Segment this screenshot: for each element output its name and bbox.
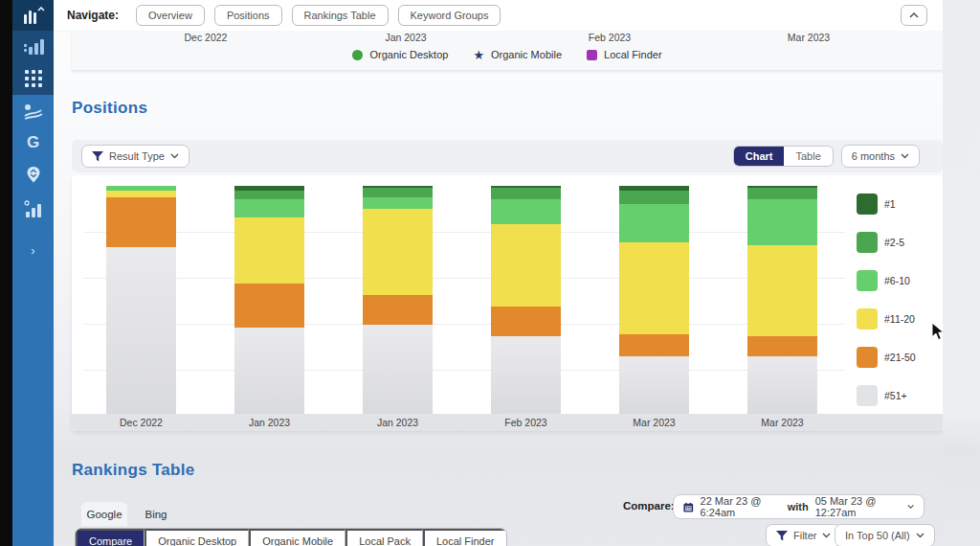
page-right-gutter — [943, 0, 980, 546]
rankings-filter-organic-desktop[interactable]: Organic Desktop — [145, 529, 249, 546]
legend-item-organic-mobile: ★Organic Mobile — [473, 49, 562, 60]
navigate-buttons: OverviewPositionsRankings TableKeyword G… — [136, 5, 501, 26]
apps-grid-icon[interactable] — [12, 62, 54, 95]
bar-segment-6-10 — [491, 199, 561, 224]
bar-segment-11-20 — [234, 217, 304, 284]
rankings-filter-organic-mobile[interactable]: Organic Mobile — [249, 529, 345, 546]
rank-legend-item-21-50: #21-50 — [857, 347, 916, 368]
logo-bars-icon[interactable] — [12, 0, 54, 31]
toggle-table[interactable]: Table — [784, 147, 832, 166]
app-screen: G › Navigate: OverviewPositionsRankings … — [0, 0, 980, 546]
compare-label: Compare: — [623, 500, 675, 512]
filter-dropdown[interactable]: Filter — [766, 524, 841, 546]
gridline — [83, 232, 845, 233]
bar-segment-51 — [363, 325, 433, 414]
navigate-rankings-table[interactable]: Rankings Table — [292, 5, 389, 26]
chart-table-toggle: Chart Table — [733, 146, 834, 167]
navigate-positions[interactable]: Positions — [214, 5, 282, 26]
sidebar: G › — [12, 0, 54, 546]
filter-label: Filter — [793, 530, 816, 541]
stacked-bar-feb-2023-3[interactable] — [491, 186, 561, 414]
range-dropdown[interactable]: 6 months — [841, 145, 920, 168]
bar-segment-51 — [106, 247, 176, 414]
bar-segment-21-50 — [363, 295, 433, 325]
chevron-down-icon — [907, 504, 914, 510]
result-type-filter-group: CompareOrganic DesktopOrganic MobileLoca… — [75, 528, 507, 546]
stacked-bar-mar-2023-5[interactable] — [747, 186, 817, 414]
navigate-keyword-groups[interactable]: Keyword Groups — [398, 5, 501, 26]
x-axis-label: Jan 2023 — [232, 417, 308, 428]
rankings-filter-compare[interactable]: Compare — [76, 529, 145, 546]
compare-date-picker[interactable]: 22 Mar 23 @ 6:24am with 05 Mar 23 @ 12:2… — [673, 494, 924, 519]
legend-label: Local Finder — [604, 49, 662, 60]
stacked-bar-jan-2023-1[interactable] — [234, 186, 304, 414]
legend-swatch — [857, 270, 878, 291]
legend-label: #51+ — [884, 390, 907, 401]
prev-x-label: Mar 2023 — [770, 32, 847, 43]
collapse-button[interactable] — [901, 5, 927, 26]
route-map-icon[interactable] — [12, 97, 54, 127]
bar-segment-6-10 — [234, 199, 304, 217]
local-pin-icon[interactable] — [12, 160, 54, 191]
gridline — [83, 324, 845, 325]
toggle-chart[interactable]: Chart — [734, 147, 785, 166]
stacked-bar-dec-2022-0[interactable] — [106, 186, 176, 414]
legend-swatch — [857, 347, 878, 368]
chevron-down-icon — [916, 533, 924, 538]
prev-x-label: Dec 2022 — [167, 32, 244, 43]
legend-label: #6-10 — [884, 275, 910, 286]
previous-chart-card: Dec 2022Jan 2023Feb 2023Mar 2023 Organic… — [72, 31, 943, 70]
expand-chevron-icon[interactable]: › — [12, 238, 54, 262]
tab-google[interactable]: Google — [81, 502, 127, 526]
legend-swatch — [857, 193, 878, 215]
chevron-up-icon — [909, 12, 919, 18]
rankings-filter-local-pack[interactable]: Local Pack — [345, 529, 423, 546]
top50-dropdown[interactable]: In Top 50 (All) — [835, 524, 935, 546]
legend-item-local-finder: Local Finder — [587, 49, 662, 60]
rank-bars-icon[interactable] — [12, 193, 54, 225]
bar-segment-21-50 — [106, 197, 176, 247]
stacked-bar-mar-2023-4[interactable] — [619, 186, 689, 414]
legend-swatch — [857, 385, 878, 406]
compare-with-label: with — [788, 501, 809, 512]
rank-legend-item-1: #1 — [857, 193, 916, 215]
bar-segment-11-20 — [491, 224, 561, 307]
result-type-dropdown[interactable]: Result Type — [81, 145, 189, 168]
google-g-icon[interactable]: G — [12, 127, 54, 158]
navigate-label: Navigate: — [67, 9, 119, 22]
legend-label: #2-5 — [884, 237, 904, 248]
bar-segment-2-5 — [234, 191, 304, 200]
bar-segment-2-5 — [747, 188, 817, 199]
screen-left-edge — [0, 0, 12, 546]
bar-segment-51 — [747, 356, 817, 414]
bar-segment-2-5 — [619, 191, 689, 204]
rankings-filter-local-finder[interactable]: Local Finder — [423, 529, 506, 546]
navigate-overview[interactable]: Overview — [136, 5, 205, 26]
bar-segment-6-10 — [363, 197, 433, 209]
bar-segment-6-10 — [747, 199, 817, 245]
gridline — [83, 370, 845, 371]
top50-label: In Top 50 (All) — [845, 530, 910, 541]
stacked-bar-jan-2023-2[interactable] — [363, 186, 433, 414]
bar-segment-51 — [619, 356, 689, 414]
chart-legend: #1#2-5#6-10#11-20#21-50#51+ — [857, 193, 916, 406]
plot-area — [72, 186, 943, 414]
x-axis-label: Mar 2023 — [745, 417, 821, 428]
x-axis-label: Mar 2023 — [616, 417, 693, 428]
bar-segment-11-20 — [106, 191, 176, 197]
x-axis-label: Jan 2023 — [360, 417, 436, 428]
positions-toolbar: Result Type Chart Table 6 months — [72, 140, 943, 172]
tab-bing[interactable]: Bing — [140, 502, 172, 526]
filter-funnel-icon — [776, 531, 788, 541]
rank-legend-item-11-20: #11-20 — [857, 308, 916, 330]
legend-label: Organic Desktop — [369, 49, 448, 60]
main-content: Navigate: OverviewPositionsRankings Tabl… — [54, 0, 943, 546]
x-axis-label: Dec 2022 — [103, 417, 180, 428]
analytics-bars-icon[interactable] — [12, 31, 54, 62]
legend-item-organic-desktop: Organic Desktop — [352, 49, 448, 60]
bar-segment-11-20 — [747, 245, 817, 336]
result-type-label: Result Type — [109, 150, 165, 162]
previous-chart-legend: Organic Desktop★Organic MobileLocal Find… — [72, 49, 943, 60]
circle-icon — [352, 50, 363, 60]
rankings-title: Rankings Table — [72, 461, 195, 480]
